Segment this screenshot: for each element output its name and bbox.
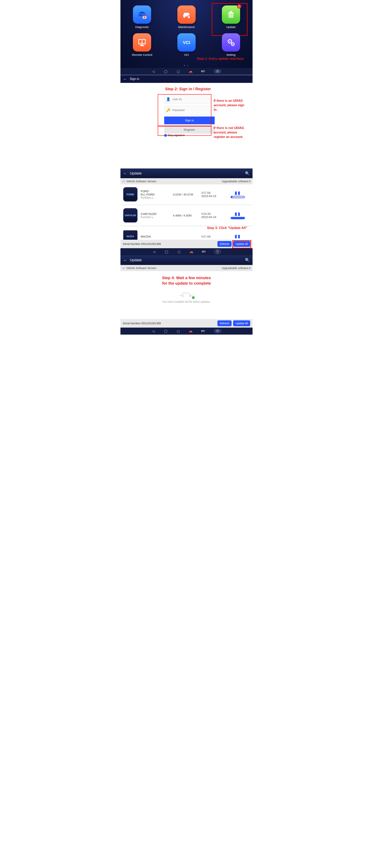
step1-label: Step 1: Entry update interface bbox=[127, 56, 246, 63]
serial-label: Serial Number: bbox=[123, 242, 141, 246]
chevron-right-icon: ▶ bbox=[152, 216, 154, 218]
app-label: Remote Control bbox=[132, 53, 152, 56]
pause-icon[interactable]: ▮▮ bbox=[226, 234, 250, 239]
update-header: ← Update 🔍 bbox=[121, 168, 252, 178]
update-header: ← Update 🔍 bbox=[121, 255, 252, 265]
nav-car-icon[interactable]: 🚗 bbox=[189, 70, 192, 73]
app-diagnostic[interactable]: Diagnostic bbox=[128, 5, 156, 29]
subheader-left: Vehicle Software Version bbox=[126, 267, 157, 270]
nav-recent-icon[interactable]: ▢ bbox=[177, 250, 181, 253]
app-setting[interactable]: Setting bbox=[217, 33, 245, 56]
update-title: Update bbox=[130, 171, 242, 176]
brand-logo: MAZDA bbox=[123, 230, 138, 240]
sw-size: 4.48M / 4.50M bbox=[173, 214, 198, 217]
pause-icon[interactable]: ▮▮ bbox=[226, 190, 250, 195]
sw-date: 2023-04-19 bbox=[201, 194, 223, 198]
svg-rect-11 bbox=[141, 44, 143, 45]
nav-home-icon[interactable]: ◯ bbox=[164, 70, 167, 73]
sw-date: 2023-04-19 bbox=[201, 215, 223, 219]
svg-point-17 bbox=[232, 44, 233, 45]
step3-highlight bbox=[232, 240, 251, 248]
update-all-button[interactable]: Update All bbox=[233, 320, 250, 326]
brand-logo: CHRYSLER bbox=[123, 208, 138, 222]
sw-version: V17.04 bbox=[201, 191, 223, 194]
app-remote-control[interactable]: Remote Control bbox=[128, 33, 156, 56]
refresh-button[interactable]: Refresh bbox=[217, 320, 232, 326]
signin-highlight bbox=[158, 94, 211, 126]
svg-rect-3 bbox=[143, 17, 146, 18]
update-complete-area: Step 4: Wait a few minutesfor the update… bbox=[121, 271, 252, 319]
update-subheader: 🏷 Vehicle Software Version Upgradeable s… bbox=[121, 265, 252, 271]
software-row[interactable]: FORD FORD EU_FORD Function ▶ 3.02M / 45.… bbox=[121, 184, 252, 206]
progress-bar bbox=[231, 217, 245, 219]
nav-vci-icon[interactable]: VC! bbox=[201, 70, 205, 73]
nav-screenshot-icon[interactable]: ⦿ bbox=[214, 250, 221, 254]
sw-version: V14.34 bbox=[201, 212, 223, 215]
update-footer: Serial Number:X501201001389 Refresh Upda… bbox=[121, 319, 252, 328]
nav-home-icon[interactable]: ◯ bbox=[164, 329, 167, 333]
subheader-right: Upgradeable software:0 bbox=[222, 267, 250, 270]
setting-icon bbox=[222, 33, 240, 52]
software-row[interactable]: MAZDA MAZDA V17.04 ▮▮ bbox=[121, 230, 252, 240]
svg-point-4 bbox=[183, 16, 185, 18]
back-arrow-icon[interactable]: ← bbox=[123, 77, 127, 81]
search-icon[interactable]: 🔍 bbox=[245, 171, 250, 176]
nav-recent-icon[interactable]: ▢ bbox=[176, 70, 180, 73]
tag-icon: 🏷 bbox=[123, 180, 125, 183]
nav-back-icon[interactable]: ◁ bbox=[152, 250, 156, 253]
search-icon[interactable]: 🔍 bbox=[245, 258, 250, 262]
nav-screenshot-icon[interactable]: ⦿ bbox=[214, 69, 222, 73]
nav-screenshot-icon[interactable]: ⦿ bbox=[214, 329, 222, 333]
svg-point-16 bbox=[229, 41, 230, 42]
signin-header-title: Sign in bbox=[130, 77, 139, 81]
back-arrow-icon[interactable]: ← bbox=[123, 258, 127, 262]
app-maintenance[interactable]: Maintenance bbox=[173, 5, 200, 29]
function-link[interactable]: Function ▶ bbox=[141, 196, 170, 199]
serial-number: X501201001389 bbox=[141, 322, 161, 325]
refresh-button[interactable]: Refresh bbox=[217, 241, 232, 247]
progress-bar bbox=[231, 196, 245, 198]
stay-checkbox-icon bbox=[164, 134, 167, 137]
nav-home-icon[interactable]: ◯ bbox=[165, 250, 168, 253]
update-icon: 2 bbox=[222, 5, 240, 24]
step2-label: Step 2: Sign in / Register bbox=[165, 87, 247, 91]
sw-name2: EU_FORD bbox=[141, 193, 170, 196]
nav-vci-icon[interactable]: VC! bbox=[201, 329, 205, 333]
done-message: You have installed all the latest update… bbox=[162, 300, 211, 303]
subheader-left: Vehicle Software Version bbox=[126, 180, 157, 183]
home-screen: Diagnostic Maintenance 2 Update Remote C… bbox=[121, 0, 252, 68]
pause-icon[interactable]: ▮▮ bbox=[226, 212, 250, 217]
app-vci[interactable]: VCI VCI bbox=[173, 33, 200, 56]
signin-screen: Step 2: Sign in / Register 👤 🔑 Sign in R… bbox=[121, 83, 252, 159]
sw-name: FORD bbox=[141, 189, 170, 193]
nav-vci-icon[interactable]: VC! bbox=[202, 250, 206, 253]
signin-note: If there is an UDIAG account, please sig… bbox=[214, 98, 249, 112]
nav-recent-icon[interactable]: ▢ bbox=[176, 329, 180, 333]
step3-label: Step 3: Click "Update All" bbox=[121, 226, 252, 230]
page-indicator: ● ○ bbox=[127, 63, 246, 67]
chevron-right-icon: ▶ bbox=[152, 197, 154, 199]
nav-back-icon[interactable]: ◁ bbox=[151, 70, 155, 73]
sw-name: MAZDA bbox=[141, 235, 170, 238]
nav-back-icon[interactable]: ◁ bbox=[151, 329, 155, 333]
signin-header: ← Sign in bbox=[121, 75, 252, 83]
serial-label: Serial Number: bbox=[123, 322, 141, 325]
app-label: VCI bbox=[184, 53, 189, 56]
nav-car-icon[interactable]: 🚗 bbox=[190, 250, 193, 253]
diagnostic-icon bbox=[133, 5, 151, 24]
app-label: Maintenance bbox=[178, 25, 195, 29]
software-row[interactable]: CHRYSLER CHRYSLER Function ▶ 4.48M / 4.5… bbox=[121, 206, 252, 226]
check-icon: ✓ bbox=[192, 296, 195, 299]
tag-icon: 🏷 bbox=[123, 267, 125, 270]
svg-rect-1 bbox=[143, 16, 146, 17]
svg-text:VCI: VCI bbox=[183, 40, 190, 45]
car-done-icon: ✓ bbox=[179, 291, 194, 299]
system-navbar: ◁ ◯ ▢ 🚗 VC! ⦿ bbox=[121, 248, 252, 255]
app-label: Setting bbox=[226, 53, 235, 56]
nav-car-icon[interactable]: 🚗 bbox=[189, 329, 192, 333]
update-title: Update bbox=[130, 258, 242, 262]
subheader-right: Upgradeable software:5 bbox=[222, 180, 250, 183]
back-arrow-icon[interactable]: ← bbox=[123, 171, 127, 176]
register-note: If there is not UDIAG account, please re… bbox=[214, 126, 249, 139]
function-link[interactable]: Function ▶ bbox=[141, 216, 170, 219]
